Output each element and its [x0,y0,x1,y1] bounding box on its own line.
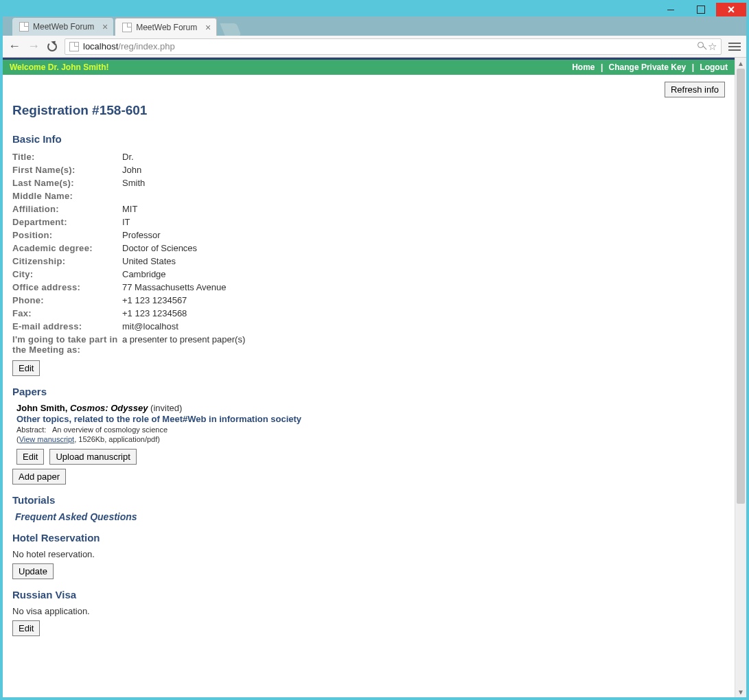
info-row: First Name(s):John [12,163,725,176]
page-icon [19,22,29,32]
tab-title: MeetWeb Forum [33,22,94,32]
info-label: Position: [12,230,122,240]
info-value: Smith [122,178,725,188]
add-paper-button[interactable]: Add paper [12,469,66,485]
info-value: MIT [122,204,725,214]
section-visa: Russian Visa [12,589,725,600]
info-value: Professor [122,230,725,240]
info-row: Fax:+1 123 1234568 [12,307,725,320]
logout-link[interactable]: Logout [700,62,728,72]
faq-link[interactable]: Frequent Asked Questions [15,511,725,522]
view-manuscript-link[interactable]: View manuscript [19,435,75,443]
info-row: Department:IT [12,215,725,229]
info-row: Office address:77 Massachusetts Avenue [12,281,725,294]
page-icon [122,23,132,32]
scroll-down-arrow[interactable]: ▼ [735,686,746,697]
paper-entry: John Smith, Cosmos: Odyssey (invited) Ot… [16,403,725,465]
reload-button[interactable] [47,41,58,52]
paper-author: John Smith, [16,403,67,413]
update-hotel-button[interactable]: Update [12,563,54,579]
home-link[interactable]: Home [572,62,595,72]
upload-manuscript-button[interactable]: Upload manuscript [49,449,136,465]
info-value: John [122,165,725,175]
url-host: localhost [83,41,118,51]
change-key-link[interactable]: Change Private Key [609,62,687,72]
header-bar: Welcome Dr. John Smith! Home | Change Pr… [3,60,735,75]
tab-title: MeetWeb Forum [136,23,197,32]
info-label: City: [12,269,122,279]
paper-title: Cosmos: Odyssey [70,403,148,413]
section-basic-info: Basic Info [12,133,725,145]
info-value: 77 Massachusetts Avenue [122,282,725,292]
info-value: United States [122,256,725,266]
separator: | [601,62,603,72]
info-label: Affiliation: [12,204,122,214]
maximize-button[interactable] [686,3,716,16]
scroll-thumb[interactable] [737,69,745,504]
info-value: Cambridge [122,269,725,279]
viewport: Welcome Dr. John Smith! Home | Change Pr… [3,58,746,697]
page-content: Welcome Dr. John Smith! Home | Change Pr… [3,58,735,697]
browser-window: MeetWeb Forum × MeetWeb Forum × ← → loca… [3,3,746,697]
paper-invited-note: (invited) [150,403,182,413]
paper-topic: Other topics, related to the role of Mee… [16,414,725,424]
info-row: City:Cambridge [12,268,725,281]
bookmark-star-icon[interactable] [708,40,717,53]
hamburger-menu-icon[interactable] [728,43,741,51]
info-row: Phone:+1 123 1234567 [12,294,725,307]
back-button[interactable]: ← [8,39,21,54]
forward-button[interactable]: → [27,39,40,54]
info-row: Affiliation:MIT [12,202,725,215]
close-tab-icon[interactable]: × [205,22,211,33]
close-window-button[interactable] [716,3,746,16]
abstract-label: Abstract: [16,425,46,434]
info-value: a presenter to present paper(s) [122,334,725,355]
basic-info-list: Title:Dr.First Name(s):JohnLast Name(s):… [12,150,725,356]
new-tab-button[interactable] [220,23,242,36]
visa-text: No visa application. [12,606,725,616]
address-bar[interactable]: localhost/reg/index.php [65,38,722,55]
info-value: Dr. [122,152,725,162]
separator: | [692,62,694,72]
info-row: Middle Name: [12,189,725,202]
page-icon [69,42,79,51]
section-hotel: Hotel Reservation [12,532,725,544]
edit-paper-button[interactable]: Edit [16,449,44,465]
info-value: IT [122,217,725,227]
browser-tab-active[interactable]: MeetWeb Forum × [115,18,217,36]
info-label: Last Name(s): [12,178,122,188]
window-title-bar [3,3,746,16]
info-label: Title: [12,152,122,162]
scrollbar[interactable]: ▲ ▼ [735,58,746,697]
info-label: Department: [12,217,122,227]
main-content: Refresh info Registration #158-601 Basic… [3,75,735,654]
scroll-up-arrow[interactable]: ▲ [735,58,746,69]
info-label: First Name(s): [12,165,122,175]
section-tutorials: Tutorials [12,494,725,506]
page-title: Registration #158-601 [12,103,725,118]
close-tab-icon[interactable]: × [102,21,108,32]
info-value: +1 123 1234567 [122,295,725,305]
welcome-text: Welcome Dr. John Smith! [10,62,108,72]
browser-tab[interactable]: MeetWeb Forum × [12,18,113,36]
section-papers: Papers [12,386,725,397]
info-row: Title:Dr. [12,150,725,163]
info-label: Middle Name: [12,191,122,201]
info-label: Fax: [12,308,122,318]
info-label: Phone: [12,295,122,305]
refresh-info-button[interactable]: Refresh info [665,82,725,97]
info-row: Last Name(s):Smith [12,176,725,189]
info-row: Citizenship:United States [12,255,725,268]
abstract-text: An overview of cosmology science [52,425,168,434]
info-value [122,191,725,201]
info-value: Doctor of Sciences [122,243,725,253]
info-row: E-mail address:mit@localhost [12,320,725,333]
url-path: /reg/index.php [118,41,174,51]
refresh-row: Refresh info [12,82,725,97]
info-row: Academic degree:Doctor of Sciences [12,242,725,255]
edit-visa-button[interactable]: Edit [12,620,40,636]
edit-basic-button[interactable]: Edit [12,360,40,376]
minimize-button[interactable] [656,3,686,16]
info-row: I'm going to take part in the Meeting as… [12,333,725,356]
password-key-icon[interactable] [698,40,704,53]
